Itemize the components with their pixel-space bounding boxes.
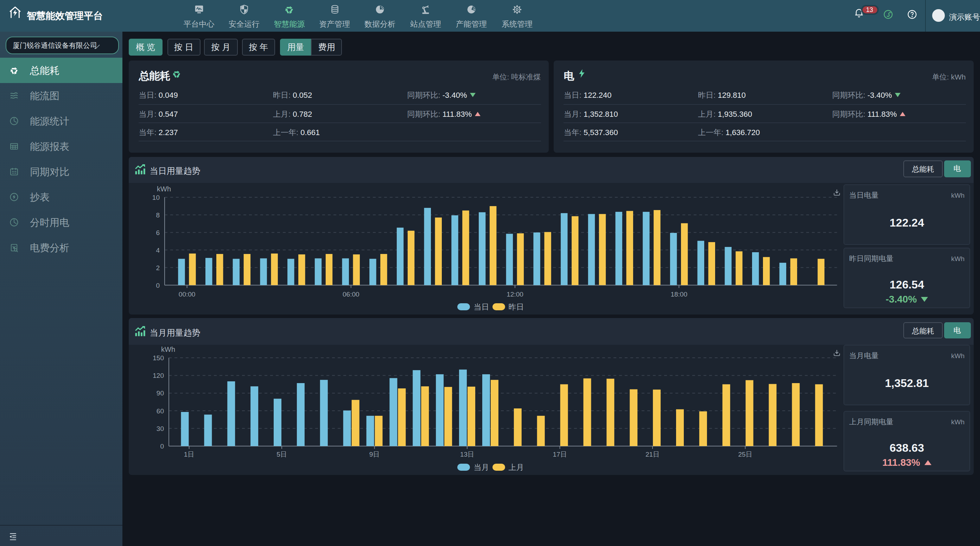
svg-text:kWh: kWh [157,185,171,193]
svg-text:120: 120 [153,372,164,379]
svg-text:60: 60 [156,408,164,415]
svg-text:30: 30 [156,425,164,432]
svg-text:4: 4 [156,246,160,254]
svg-text:17日: 17日 [553,450,567,458]
svg-text:0: 0 [156,282,160,289]
svg-text:kWh: kWh [161,345,175,353]
svg-text:10: 10 [152,194,160,201]
svg-text:18:00: 18:00 [671,290,688,298]
svg-text:25日: 25日 [738,450,752,458]
svg-text:150: 150 [153,354,164,362]
svg-text:13日: 13日 [460,450,474,458]
svg-text:06:00: 06:00 [343,290,360,298]
svg-text:9日: 9日 [369,450,380,458]
svg-text:00:00: 00:00 [179,290,196,298]
svg-text:1日: 1日 [184,450,194,458]
svg-text:0: 0 [161,443,164,450]
svg-text:2: 2 [156,264,160,271]
svg-text:12:00: 12:00 [507,290,524,298]
svg-text:21日: 21日 [646,450,660,458]
svg-text:90: 90 [156,390,164,397]
svg-text:8: 8 [156,211,160,218]
svg-text:5日: 5日 [277,450,287,458]
svg-text:6: 6 [156,229,160,236]
